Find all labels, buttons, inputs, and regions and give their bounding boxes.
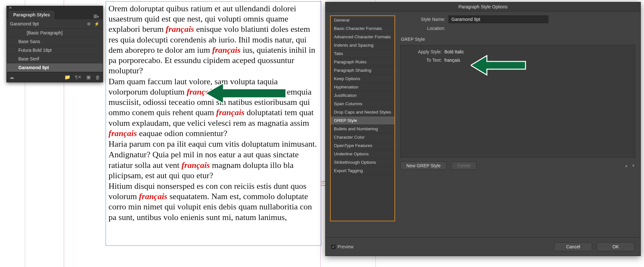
category-item[interactable]: Basic Character Formats: [331, 24, 394, 33]
grep-match: français: [187, 87, 215, 97]
style-list-item[interactable]: Garamond 9pt: [7, 63, 103, 72]
overset-indicator[interactable]: +: [321, 181, 326, 186]
grep-match: français: [182, 161, 210, 170]
trash-icon[interactable]: 🗑: [95, 75, 100, 80]
category-item[interactable]: Underline Options: [331, 150, 394, 158]
to-text-value[interactable]: français: [444, 58, 460, 63]
category-item[interactable]: Bullets and Numbering: [331, 125, 394, 133]
panel-tab-row: Paragraph Styles: [7, 9, 103, 19]
grep-match: français: [139, 192, 167, 201]
category-item[interactable]: Advanced Character Formats: [331, 33, 394, 41]
move-up-icon[interactable]: ▲: [624, 163, 628, 168]
apply-style-value[interactable]: Bold Italic: [444, 49, 464, 54]
close-icon[interactable]: ✕: [9, 5, 12, 10]
category-item[interactable]: Tabs: [331, 50, 394, 58]
grep-match: français: [212, 45, 241, 55]
new-style-icon[interactable]: ▣: [86, 74, 91, 80]
preview-label: Preview: [337, 244, 354, 249]
current-style-name: Garamond 9pt: [10, 21, 84, 26]
new-grep-style-button[interactable]: New GREP Style: [400, 161, 447, 170]
paragraph-styles-panel[interactable]: ✕ Paragraph Styles Garamond 9pt ⊕ ⚡ [Bas…: [6, 6, 103, 82]
panel-tab-paragraph-styles[interactable]: Paragraph Styles: [9, 11, 54, 19]
to-text-label: To Text:: [406, 58, 444, 63]
body-paragraph: Andignatur? Quia pel mil in nos eatur a …: [109, 150, 318, 181]
panel-drag-bar[interactable]: ✕: [7, 6, 103, 9]
category-item[interactable]: Export Tagging: [331, 167, 394, 175]
panel-footer: ☁ 📁 ¶✕ ▣ 🗑: [7, 72, 103, 82]
category-item[interactable]: Character Color: [331, 133, 394, 142]
clear-overrides-icon[interactable]: ¶✕: [75, 74, 82, 80]
category-item[interactable]: Span Columns: [331, 100, 394, 108]
paragraph-style-options-dialog[interactable]: Paragraph Style Options GeneralBasic Cha…: [325, 2, 641, 256]
dialog-content: Style Name: Location: GREP Style Apply S…: [400, 15, 635, 237]
category-item[interactable]: Strikethrough Options: [331, 158, 394, 167]
style-list-item[interactable]: Base Sans: [7, 37, 103, 46]
ok-button[interactable]: OK: [597, 242, 635, 251]
category-item[interactable]: Drop Caps and Nested Styles: [331, 108, 394, 116]
style-list-item[interactable]: Base Serif: [7, 55, 103, 63]
category-item[interactable]: Indents and Spacing: [331, 41, 394, 50]
current-style-row: Garamond 9pt ⊕ ⚡: [7, 19, 103, 29]
grep-rules-box[interactable]: Apply Style: Bold Italic To Text: frança…: [400, 45, 635, 158]
category-item[interactable]: General: [331, 16, 394, 24]
category-item[interactable]: GREP Style: [331, 116, 394, 125]
style-list-item[interactable]: [Basic Paragraph]: [7, 29, 103, 37]
cancel-button[interactable]: Cancel: [554, 242, 592, 251]
panel-menu-icon[interactable]: [92, 14, 101, 19]
quick-apply-icon[interactable]: ⚡: [94, 21, 99, 26]
folder-icon[interactable]: 📁: [64, 74, 71, 80]
body-paragraph: Orem doloruptat quibus ratium et aut ull…: [109, 4, 318, 76]
style-list: [Basic Paragraph]Base SansFutura Bold 18…: [7, 29, 103, 72]
category-list[interactable]: GeneralBasic Character FormatsAdvanced C…: [330, 15, 395, 221]
category-item[interactable]: Paragraph Shading: [331, 66, 394, 75]
style-name-label: Style Name:: [400, 17, 449, 22]
text-frame[interactable]: Orem doloruptat quibus ratium et aut ull…: [106, 1, 321, 246]
style-list-item[interactable]: Futura Bold 18pt: [7, 46, 103, 55]
body-paragraph: Haria parum con pa ilit eaqui cum vitis …: [109, 139, 318, 149]
cc-libraries-icon[interactable]: ☁: [9, 74, 14, 80]
checkbox-checked-icon: ✓: [331, 245, 336, 249]
grep-match: français: [166, 24, 194, 34]
category-item[interactable]: OpenType Features: [331, 142, 394, 150]
new-group-icon[interactable]: ⊕: [87, 21, 91, 26]
grep-match: français: [109, 129, 137, 138]
body-paragraph: Hitium disqui nonsersped es con con reic…: [109, 181, 318, 223]
dialog-title: Paragraph Style Options: [326, 2, 640, 12]
delete-grep-style-button[interactable]: Delete: [451, 161, 476, 170]
category-item[interactable]: Hyphenation: [331, 83, 394, 91]
section-title: GREP Style: [401, 37, 635, 42]
category-item[interactable]: Justification: [331, 91, 394, 100]
annotation-arrow-icon: [471, 53, 532, 78]
category-item[interactable]: Paragraph Rules: [331, 58, 394, 66]
preview-checkbox[interactable]: ✓ Preview: [331, 244, 354, 249]
style-name-input[interactable]: [449, 15, 548, 23]
move-down-icon[interactable]: ▼: [631, 163, 635, 168]
location-label: Location:: [400, 26, 449, 31]
grep-match: français: [216, 108, 244, 117]
dialog-footer: ✓ Preview Cancel OK: [326, 237, 640, 256]
category-item[interactable]: Keep Options: [331, 75, 394, 83]
body-paragraph: Dam quam faccum laut volore, sam volupta…: [109, 77, 318, 139]
apply-style-label: Apply Style:: [406, 49, 444, 54]
